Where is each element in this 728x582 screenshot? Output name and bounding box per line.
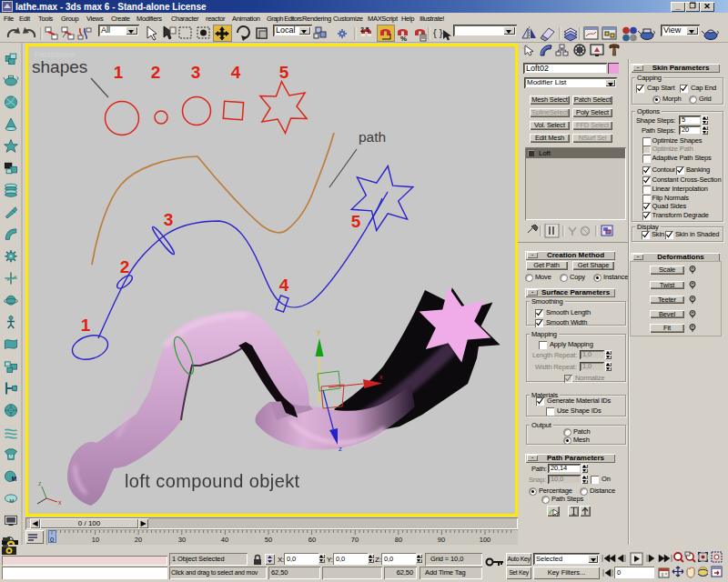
svg-text:M: M — [9, 454, 14, 459]
svg-text:30: 30 — [178, 536, 186, 544]
svg-text:shapes: shapes — [32, 57, 87, 76]
svg-text:100: 100 — [480, 536, 491, 544]
svg-text:4: 4 — [231, 63, 241, 82]
svg-text:5: 5 — [351, 212, 361, 231]
svg-text:20: 20 — [135, 536, 142, 544]
svg-text:4: 4 — [279, 276, 289, 295]
svg-text:y: y — [317, 327, 320, 336]
svg-text:50: 50 — [265, 536, 272, 544]
svg-text:M: M — [12, 476, 17, 482]
svg-text:z: z — [339, 445, 342, 453]
svg-text:80: 80 — [395, 536, 402, 544]
svg-text:5: 5 — [279, 63, 289, 82]
svg-text:M: M — [9, 498, 14, 504]
svg-text:3: 3 — [164, 210, 174, 229]
svg-text:loft compound objekt: loft compound objekt — [125, 471, 300, 491]
svg-text:40: 40 — [221, 536, 228, 544]
svg-text:x: x — [379, 373, 383, 381]
svg-text:0: 0 — [50, 536, 54, 544]
svg-text:1: 1 — [114, 63, 124, 82]
svg-text:path: path — [359, 129, 386, 145]
svg-text:x: x — [58, 499, 62, 506]
svg-text:90: 90 — [438, 536, 445, 544]
svg-text:3: 3 — [191, 63, 201, 82]
svg-text:z: z — [38, 480, 42, 487]
svg-text:2: 2 — [151, 63, 161, 82]
svg-text:2: 2 — [120, 257, 130, 276]
svg-text:1: 1 — [81, 316, 91, 335]
svg-text:70: 70 — [351, 536, 359, 544]
svg-text:60: 60 — [308, 536, 316, 544]
svg-text:10: 10 — [92, 536, 99, 544]
